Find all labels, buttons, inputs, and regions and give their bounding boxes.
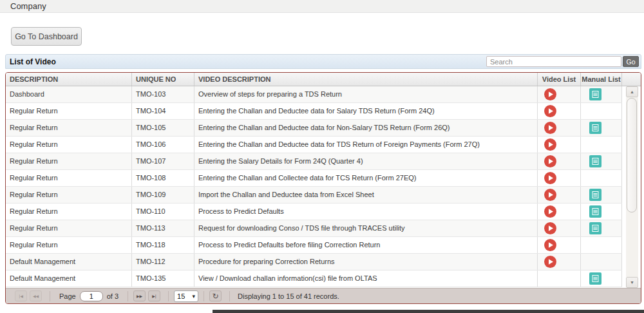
vertical-scrollbar[interactable]: ▲ ▼ [622,86,640,288]
cell-video-description: View / Download challan information(csi)… [194,270,538,287]
table-row: Regular Return TMO-104 Entering the Chal… [6,103,622,120]
manual-icon[interactable] [589,189,601,201]
column-header-unique-no[interactable]: UNIQUE NO [132,73,194,86]
cell-description: Regular Return [6,187,132,203]
column-header-description[interactable]: DESCRIPTION [6,73,132,86]
manual-icon[interactable] [589,205,601,218]
cell-unique-no: TMO-112 [132,254,194,270]
table-row: Dashboard TMO-103 Overview of steps for … [6,86,622,103]
play-icon[interactable] [544,122,556,134]
seek-last-icon: ▶| [152,294,156,298]
table-body: Dashboard TMO-103 Overview of steps for … [6,86,622,288]
go-to-dashboard-button[interactable]: Go To Dashboard [11,27,82,46]
search-input[interactable] [486,56,621,67]
play-icon[interactable] [544,205,556,218]
cell-manual-list [581,137,622,153]
video-table: DESCRIPTION UNIQUE NO VIDEO DESCRIPTION … [5,72,641,304]
play-icon[interactable] [544,222,556,234]
first-page-button[interactable]: |◀ [15,290,27,301]
cell-unique-no: TMO-104 [132,103,194,119]
page-count-label: of 3 [107,292,118,300]
cell-description: Regular Return [6,120,132,136]
cell-description: Regular Return [6,237,132,253]
cell-description: Regular Return [6,204,132,220]
cell-video-list [538,86,581,102]
seek-prev-icon: ◀◀ [33,294,39,298]
cell-unique-no: TMO-105 [132,120,194,136]
cell-video-description: Entering the Salary Details for Form 24Q… [194,153,538,169]
page-number-input[interactable] [80,291,103,301]
table-row: Regular Return TMO-105 Entering the Chal… [6,120,622,137]
scrollbar-track[interactable] [626,97,638,277]
scroll-down-button[interactable]: ▼ [626,277,638,288]
manual-icon[interactable] [589,88,601,100]
pager-separator [168,291,169,301]
play-icon[interactable] [544,256,556,268]
table-row: Regular Return TMO-109 Import the Challa… [6,187,622,204]
prev-page-button[interactable]: ◀◀ [30,290,42,301]
cell-manual-list [581,153,622,169]
manual-icon[interactable] [589,222,601,234]
cell-unique-no: TMO-106 [132,137,194,153]
table-row: Regular Return TMO-113 Request for downl… [6,220,622,237]
column-header-video-list[interactable]: Video List [538,73,581,86]
play-icon[interactable] [544,88,556,100]
bottom-bar [213,310,644,313]
app-header: Company [0,0,644,13]
cell-description: Regular Return [6,170,132,186]
cell-unique-no: TMO-118 [132,237,194,253]
cell-video-list [538,254,581,270]
cell-video-description: Overview of steps for preparing a TDS Re… [194,86,538,102]
panel-header: List of Video Go [5,54,641,69]
column-header-manual-list[interactable]: Manual List [581,73,622,86]
page-size-select[interactable]: 15 ▾ [174,290,198,302]
search-go-button[interactable]: Go [623,56,639,67]
manual-icon[interactable] [589,155,601,167]
cell-video-description: Process to Predict Defaults before filin… [194,237,538,253]
cell-unique-no: TMO-135 [132,270,194,287]
refresh-button[interactable]: ↻ [209,290,222,301]
cell-video-list [538,187,581,203]
scrollbar-thumb[interactable] [627,98,637,213]
manual-icon[interactable] [589,272,601,285]
table-row: Default Management TMO-112 Procedure for… [6,254,622,270]
cell-video-list [538,170,581,186]
pager-separator [204,291,204,301]
cell-manual-list [581,86,622,102]
cell-manual-list [581,237,622,253]
seek-next-icon: ▶▶ [137,294,142,298]
table-row: Regular Return TMO-106 Entering the Chal… [6,137,622,153]
page-size-value: 15 [177,292,185,300]
cell-unique-no: TMO-107 [132,153,194,169]
play-icon[interactable] [544,155,556,167]
records-summary: Displaying 1 to 15 of 41 records. [238,292,339,300]
play-icon[interactable] [544,138,556,151]
column-header-video-description[interactable]: VIDEO DESCRIPTION [194,73,538,86]
play-icon[interactable] [544,172,556,184]
table-body-wrap: Dashboard TMO-103 Overview of steps for … [6,86,641,288]
manual-icon[interactable] [589,122,601,134]
cell-video-description: Entering the Challan and Deductee data f… [194,137,538,153]
last-page-button[interactable]: ▶| [148,290,160,301]
play-icon[interactable] [544,189,556,201]
cell-description: Regular Return [6,220,132,236]
pager-separator [128,291,128,301]
cell-video-description: Entering the Challan and Collectee data … [194,170,538,186]
cell-video-list [538,204,581,220]
cell-manual-list [581,103,622,119]
scroll-up-button[interactable]: ▲ [626,86,638,97]
pager-separator [50,291,50,301]
cell-manual-list [581,187,622,203]
table-row: Regular Return TMO-108 Entering the Chal… [6,170,622,187]
table-row: Default Management TMO-135 View / Downlo… [6,270,622,287]
cell-video-list [538,220,581,236]
play-icon[interactable] [544,239,556,251]
cell-manual-list [581,204,622,220]
panel-title: List of Video [10,57,56,66]
play-icon[interactable] [544,105,556,117]
cell-video-description: Entering the Challan and Deductee data f… [194,103,538,119]
cell-manual-list [581,220,622,236]
page-title: Company [10,1,46,11]
cell-unique-no: TMO-109 [132,187,194,203]
next-page-button[interactable]: ▶▶ [133,290,146,301]
